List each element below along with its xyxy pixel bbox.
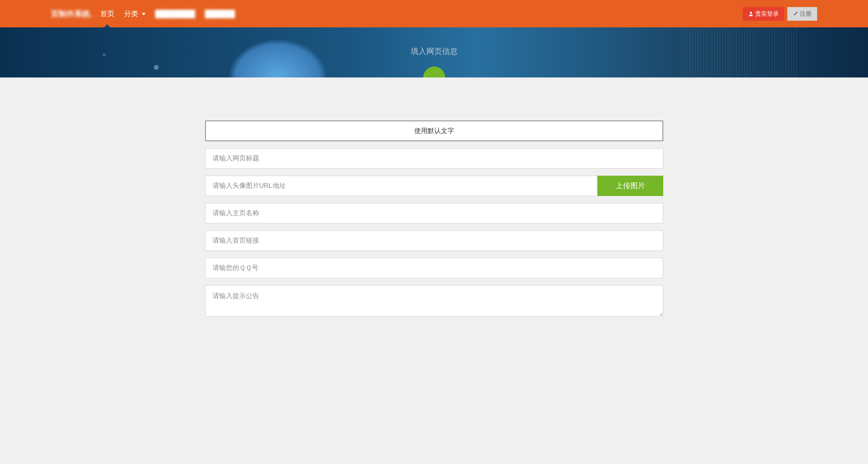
nav-menu: 首页 分类 ████████ ██████ [100, 0, 235, 27]
hero-banner: 填入网页信息 [0, 27, 868, 77]
qq-input[interactable] [205, 258, 663, 278]
login-button[interactable]: 贵宾登录 [743, 7, 784, 21]
nav-item-label: 首页 [100, 10, 114, 18]
home-link-input[interactable] [205, 230, 663, 251]
avatar-url-input[interactable] [205, 176, 597, 196]
nav-item-category[interactable]: 分类 [124, 0, 146, 27]
nav-item-blurred-1[interactable]: ████████ [155, 1, 195, 27]
register-label: 注册 [800, 10, 812, 18]
nav-item-label: ████████ [155, 10, 195, 18]
top-navbar: 页制作系统. 首页 分类 ████████ ██████ 贵宾登录 注册 [0, 0, 868, 27]
hero-title: 填入网页信息 [411, 46, 458, 57]
caret-down-icon [142, 13, 146, 15]
home-name-input[interactable] [205, 203, 663, 223]
upload-image-button[interactable]: 上传图片 [597, 176, 663, 196]
hero-decoration-lines [681, 27, 799, 77]
user-icon [748, 11, 754, 16]
page-title-input[interactable] [205, 148, 663, 169]
use-default-text-button[interactable]: 使用默认文字 [205, 120, 663, 141]
login-label: 贵宾登录 [755, 10, 779, 18]
form-container: 使用默认文字 上传图片 [205, 120, 663, 339]
pencil-icon [793, 11, 798, 16]
nav-item-blurred-2[interactable]: ██████ [205, 1, 235, 27]
notice-textarea[interactable] [205, 285, 663, 317]
nav-item-home[interactable]: 首页 [100, 0, 114, 27]
nav-item-label: ██████ [205, 10, 235, 18]
register-button[interactable]: 注册 [787, 7, 817, 21]
nav-item-label: 分类 [124, 10, 138, 18]
brand-logo[interactable]: 页制作系统. [51, 9, 92, 19]
navbar-right: 贵宾登录 注册 [743, 7, 817, 21]
